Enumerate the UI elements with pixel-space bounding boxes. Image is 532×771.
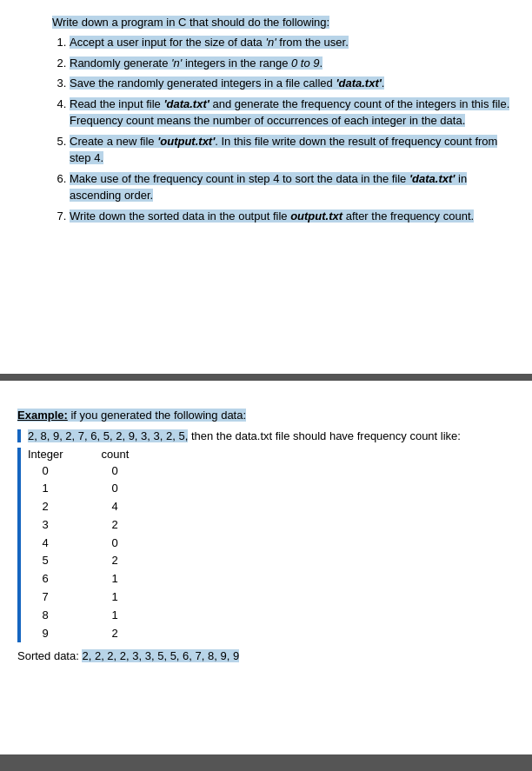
example-intro: Example: if you generated the following … [17,407,515,424]
int-8: 8 [28,607,63,625]
list-item-7: Write down the sorted data in the output… [70,208,515,225]
table-header: Integer count [28,448,132,461]
int-2: 2 [28,498,63,516]
instructions-list: Accept a user input for the size of data… [70,34,515,224]
count-1: 0 [97,480,132,498]
list-item-5: Create a new file 'output.txt'. In this … [70,133,515,167]
row-2: 2 4 [28,498,132,516]
example-text: if you generated the following data: [68,409,246,422]
frequency-table: Integer count 0 0 1 0 2 4 3 2 [28,448,132,643]
item4-text: Read the input file 'data.txt' and gener… [70,97,509,128]
count-6: 1 [97,570,132,588]
count-8: 1 [97,607,132,625]
question-intro: Write down a program in C that should do… [52,16,515,29]
row-5: 5 2 [28,552,132,570]
header-count: count [97,448,132,461]
intro-text: Write down a program in C that should do… [52,16,329,29]
item1-text: Accept a user input for the size of data… [70,36,349,49]
item6-text: Make use of the frequency count in step … [70,172,467,203]
count-3: 2 [97,516,132,535]
data-values: 2, 8, 9, 2, 7, 6, 5, 2, 9, 3, 3, 2, 5, t… [28,429,461,442]
int-9: 9 [28,625,63,643]
row-9: 9 2 [28,625,132,643]
top-section: Write down a program in C that should do… [0,0,532,374]
count-5: 2 [97,552,132,570]
count-2: 4 [97,498,132,516]
int-3: 3 [28,516,63,535]
item3-text: Save the randomly generated integers in … [70,76,384,90]
int-6: 6 [28,570,63,588]
int-7: 7 [28,588,63,607]
data-line: 2, 8, 9, 2, 7, 6, 5, 2, 9, 3, 3, 2, 5, t… [17,429,515,442]
sorted-data-line: Sorted data: 2, 2, 2, 2, 3, 3, 5, 5, 6, … [17,649,515,662]
int-4: 4 [28,535,63,553]
bottom-section: Example: if you generated the following … [0,381,532,754]
row-6: 6 1 [28,570,132,588]
data-values-highlight: 2, 8, 9, 2, 7, 6, 5, 2, 9, 3, 3, 2, 5, [28,429,188,442]
list-item-2: Randomly generate 'n' integers in the ra… [70,55,515,72]
count-4: 0 [97,535,132,553]
header-integer: Integer [28,448,63,461]
row-7: 7 1 [28,588,132,607]
int-1: 1 [28,480,63,498]
count-0: 0 [97,462,132,481]
count-7: 1 [97,588,132,607]
sorted-values: 2, 2, 2, 2, 3, 3, 5, 5, 6, 7, 8, 9, 9 [82,649,239,662]
blue-bar [17,429,21,442]
item5-text: Create a new file 'output.txt'. In this … [70,135,497,165]
count-9: 2 [97,625,132,643]
list-item-4: Read the input file 'data.txt' and gener… [70,96,515,130]
row-3: 3 2 [28,516,132,535]
example-label: Example: [17,409,68,422]
row-1: 1 0 [28,480,132,498]
table-container: Integer count 0 0 1 0 2 4 3 2 [17,448,515,643]
row-4: 4 0 [28,535,132,553]
item7-text: Write down the sorted data in the output… [70,209,474,223]
item2-text: Randomly generate 'n' integers in the ra… [70,56,323,70]
table-blue-bar [17,448,21,643]
list-item-3: Save the randomly generated integers in … [70,75,515,92]
row-8: 8 1 [28,607,132,625]
row-0: 0 0 [28,462,132,481]
example-section: Example: if you generated the following … [17,407,515,662]
int-0: 0 [28,462,63,481]
int-5: 5 [28,552,63,570]
list-item-6: Make use of the frequency count in step … [70,170,515,204]
sorted-label: Sorted data: [17,649,82,662]
list-item-1: Accept a user input for the size of data… [70,34,515,51]
